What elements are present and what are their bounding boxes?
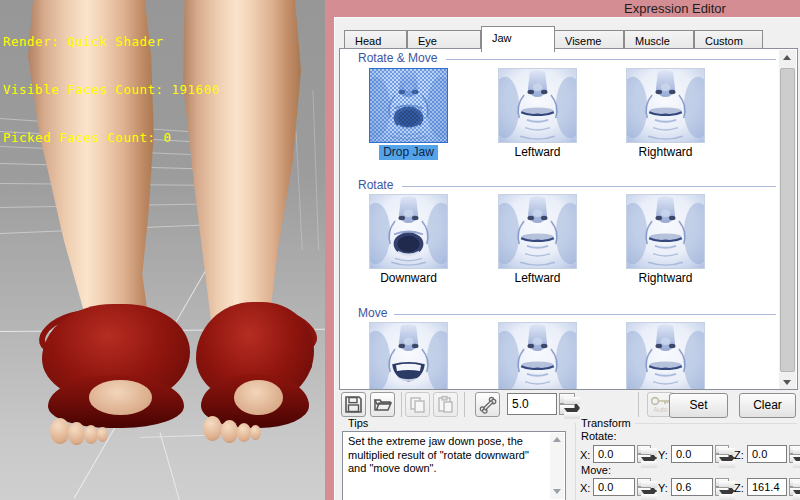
tips-title: Tips bbox=[348, 417, 368, 429]
open-button[interactable] bbox=[370, 392, 395, 417]
pose-label-rightward-1: Rightward bbox=[626, 145, 705, 160]
move-y-label: Y: bbox=[658, 482, 668, 494]
paste-button[interactable] bbox=[433, 392, 458, 417]
rotate-x-stepper[interactable] bbox=[637, 445, 651, 463]
scroll-down-button[interactable] bbox=[779, 374, 796, 390]
copy-icon bbox=[408, 395, 427, 414]
copy-button[interactable] bbox=[405, 392, 430, 417]
pose-thumb-leftward-2[interactable] bbox=[498, 194, 577, 269]
pose-label-rightward-2: Rightward bbox=[626, 271, 705, 286]
tips-text: Set the extreme jaw down pose, the multi… bbox=[348, 435, 544, 476]
scrollbar-thumb[interactable] bbox=[780, 68, 795, 372]
rotate-y-stepper[interactable] bbox=[715, 445, 729, 463]
rotate-y-label: Y: bbox=[658, 449, 668, 461]
debug-visible-faces: Visible Faces Count: 191600 bbox=[3, 82, 220, 98]
pose-thumb-rightward-1[interactable] bbox=[626, 68, 705, 143]
render-debug-overlay: Render: Quick Shader Visible Faces Count… bbox=[3, 2, 220, 178]
move-z-stepper[interactable] bbox=[789, 478, 800, 496]
app-screen: Render: Quick Shader Visible Faces Count… bbox=[0, 0, 800, 500]
bone-tool-button[interactable] bbox=[475, 392, 500, 417]
expression-editor-dialog: Head Eye Jaw Viseme Muscle Custom Rotate… bbox=[334, 17, 800, 500]
move-y-stepper[interactable] bbox=[715, 478, 729, 496]
strength-stepper[interactable] bbox=[559, 393, 575, 415]
strength-input[interactable] bbox=[507, 393, 557, 415]
pose-label-downward: Downward bbox=[369, 271, 448, 286]
rotate-y-input[interactable] bbox=[671, 445, 713, 463]
set-button[interactable]: Set bbox=[669, 393, 728, 418]
pose-label-drop-jaw: Drop Jaw bbox=[369, 145, 448, 160]
expression-editor-window: Expression Editor Head Eye Jaw Viseme Mu… bbox=[325, 0, 800, 500]
move-x-stepper[interactable] bbox=[637, 478, 651, 496]
left-shoe bbox=[42, 296, 190, 428]
paste-icon bbox=[436, 395, 455, 414]
tips-box: Set the extreme jaw down pose, the multi… bbox=[342, 431, 566, 500]
tips-scrollbar[interactable] bbox=[550, 433, 564, 499]
debug-picked-faces: Picked Faces Count: 0 bbox=[3, 130, 220, 146]
gallery-scrollbar[interactable] bbox=[779, 50, 796, 390]
pose-thumb-move-1[interactable] bbox=[369, 322, 448, 390]
pose-thumb-drop-jaw[interactable] bbox=[369, 68, 448, 143]
pose-thumb-move-2[interactable] bbox=[498, 322, 577, 390]
section-title-rotate-move: Rotate & Move bbox=[355, 51, 440, 65]
section-title-rotate: Rotate bbox=[355, 178, 396, 192]
tab-jaw[interactable]: Jaw bbox=[481, 26, 555, 52]
rotate-label: Rotate: bbox=[581, 430, 616, 442]
pose-thumb-leftward-1[interactable] bbox=[498, 68, 577, 143]
move-z-label: Z: bbox=[734, 482, 744, 494]
section-title-move: Move bbox=[355, 306, 390, 320]
pose-label-leftward-1: Leftward bbox=[498, 145, 577, 160]
move-x-input[interactable] bbox=[593, 478, 635, 496]
pose-thumb-rightward-2[interactable] bbox=[626, 194, 705, 269]
rotate-z-label: Z: bbox=[734, 449, 744, 461]
bone-icon bbox=[478, 395, 497, 414]
pose-label-leftward-2: Leftward bbox=[498, 271, 577, 286]
pose-gallery: Rotate & Move Drop Jaw Leftward Rightwar… bbox=[339, 48, 798, 390]
rotate-x-input[interactable] bbox=[593, 445, 635, 463]
rotate-z-stepper[interactable] bbox=[789, 445, 800, 463]
move-x-label: X: bbox=[580, 482, 590, 494]
transform-title: Transform bbox=[581, 417, 631, 429]
debug-render-mode: Render: Quick Shader bbox=[3, 34, 220, 50]
rotate-z-input[interactable] bbox=[747, 445, 787, 463]
pose-thumb-downward[interactable] bbox=[369, 194, 448, 269]
clear-button[interactable]: Clear bbox=[739, 393, 796, 418]
right-shoe bbox=[196, 294, 314, 428]
save-button[interactable] bbox=[341, 392, 366, 417]
save-icon bbox=[344, 395, 363, 414]
move-z-input[interactable] bbox=[747, 478, 787, 496]
move-label: Move: bbox=[581, 464, 611, 476]
pose-thumb-move-3[interactable] bbox=[626, 322, 705, 390]
window-title: Expression Editor bbox=[495, 1, 800, 16]
scroll-up-button[interactable] bbox=[779, 50, 796, 66]
3d-viewport[interactable]: Render: Quick Shader Visible Faces Count… bbox=[0, 0, 325, 500]
open-folder-icon bbox=[373, 395, 392, 414]
rotate-x-label: X: bbox=[580, 449, 590, 461]
move-y-input[interactable] bbox=[671, 478, 713, 496]
